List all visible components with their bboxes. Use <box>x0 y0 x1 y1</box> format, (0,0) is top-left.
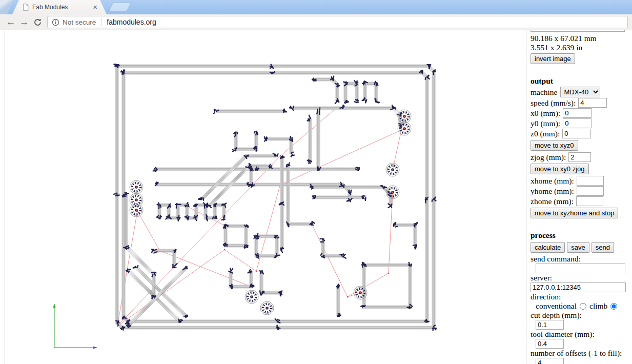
offsets-input[interactable] <box>536 358 564 364</box>
settings-panel: 90.186 x 67.021 mm 3.551 x 2.639 in inve… <box>526 30 632 364</box>
tool-diameter-input[interactable] <box>536 339 564 349</box>
tool-diameter-label: tool diameter (mm): <box>531 330 632 339</box>
xhome-input[interactable] <box>577 176 604 186</box>
move-to-xyzhome-button[interactable]: move to xyzhome and stop <box>531 208 618 218</box>
cut-depth-input[interactable] <box>536 320 564 330</box>
zjog-input[interactable] <box>568 152 591 162</box>
yhome-input[interactable] <box>577 186 604 196</box>
machine-select[interactable]: MDX-40 <box>560 87 600 97</box>
zjog-label: zjog (mm): <box>531 153 566 162</box>
move-to-xy0-zjog-button[interactable]: move to xy0 zjog <box>531 164 589 174</box>
tab-strip: Fab Modules × <box>0 0 632 14</box>
send-command-input[interactable] <box>536 264 625 273</box>
machine-label: machine <box>531 88 558 97</box>
new-tab-button[interactable] <box>108 3 131 11</box>
calculate-button[interactable]: calculate <box>531 242 565 253</box>
direction-conventional-radio[interactable] <box>580 303 586 310</box>
xhome-label: xhome (mm): <box>531 176 574 186</box>
dimensions-in: 3.551 x 2.639 in <box>531 43 632 52</box>
server-label: server: <box>531 273 632 282</box>
conventional-label: conventional <box>536 301 577 311</box>
save-button[interactable]: save <box>567 242 589 253</box>
reload-button-icon[interactable] <box>31 15 44 29</box>
output-heading: output <box>531 76 632 86</box>
zhome-label: zhome (mm): <box>531 197 574 206</box>
window-edge-decoration <box>0 0 15 14</box>
back-button-icon[interactable]: ← <box>4 15 17 29</box>
security-label: Not secure <box>63 18 96 26</box>
tab-close-icon[interactable]: × <box>93 4 97 11</box>
zhome-input[interactable] <box>576 196 603 206</box>
page-favicon-icon <box>23 4 29 11</box>
direction-climb-radio[interactable] <box>610 303 617 310</box>
toolpath-canvas[interactable] <box>5 30 526 364</box>
info-icon[interactable] <box>52 18 59 26</box>
speed-input[interactable] <box>578 98 607 108</box>
speed-label: speed (mm/s): <box>531 98 576 108</box>
cut-depth-label: cut depth (mm): <box>531 311 632 320</box>
tab-title: Fab Modules <box>32 4 93 11</box>
browser-tab[interactable]: Fab Modules × <box>12 0 107 14</box>
climb-label: climb <box>589 301 607 311</box>
dimensions-mm: 90.186 x 67.021 mm <box>531 34 632 43</box>
omnibox-divider <box>101 18 101 26</box>
address-bar[interactable]: Not secure fabmodules.org <box>47 16 628 28</box>
y0-label: y0 (mm): <box>531 119 560 128</box>
z0-label: z0 (mm): <box>531 129 560 138</box>
yhome-label: yhome (mm): <box>531 187 574 196</box>
offsets-label: number of offsets (-1 to fill): <box>531 349 632 358</box>
page-content: 90.186 x 67.021 mm 3.551 x 2.639 in inve… <box>0 30 632 364</box>
x0-input[interactable] <box>563 108 592 118</box>
y0-input[interactable] <box>563 118 592 128</box>
process-heading: process <box>531 231 632 240</box>
x0-label: x0 (mm): <box>531 109 560 118</box>
url-text[interactable]: fabmodules.org <box>107 18 156 26</box>
forward-button-icon[interactable]: → <box>17 15 31 29</box>
invert-image-button[interactable]: invert image <box>531 53 575 64</box>
server-input[interactable] <box>531 282 626 292</box>
move-to-xyz0-button[interactable]: move to xyz0 <box>531 140 578 151</box>
browser-toolbar: ← → Not secure fabmodules.org <box>0 14 632 30</box>
z0-input[interactable] <box>562 129 591 138</box>
direction-label: direction: <box>531 292 632 301</box>
send-command-label: send command: <box>531 254 632 264</box>
send-button[interactable]: send <box>592 242 614 253</box>
clipped-input-above[interactable] <box>531 30 625 32</box>
